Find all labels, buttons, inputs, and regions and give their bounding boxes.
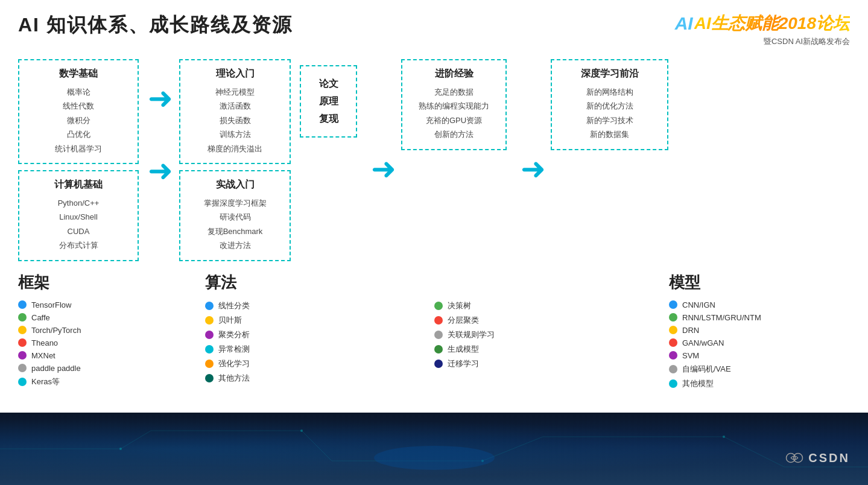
arrow-4: ➜	[521, 154, 546, 184]
model-item-label: DRN	[682, 326, 699, 335]
math-box-title: 数学基础	[28, 68, 128, 80]
practice-item-3: 复现Benchmark	[189, 224, 280, 238]
algorithm-item: 生成模型	[434, 344, 645, 355]
framework-item: Caffe	[18, 313, 157, 322]
arrow-area-3: ➜	[521, 154, 546, 184]
model-item-label: RNN/LSTM/GRU/NTM	[682, 313, 761, 322]
math-item-1: 概率论	[28, 85, 128, 99]
algorithm-items: 线性分类决策树贝叶斯分层聚类聚类分析关联规则学习异常检测生成模型强化学习迁移学习…	[205, 300, 645, 387]
algorithm-item-label: 聚类分析	[218, 329, 250, 340]
dot-icon	[205, 316, 214, 325]
dot-icon	[669, 300, 677, 309]
ai-prefix: AI	[675, 13, 693, 34]
math-item-4: 凸优化	[28, 127, 128, 141]
math-item-2: 线性代数	[28, 99, 128, 113]
advanced-box: 进阶经验 充足的数据 熟练的编程实现能力 充裕的GPU资源 创新的方法	[401, 59, 507, 150]
practice-item-2: 研读代码	[189, 210, 280, 224]
model-items: CNN/IGNRNN/LSTM/GRU/NTMDRNGAN/wGANSVM自编码…	[669, 300, 850, 389]
logo-text: AI生态赋能2018论坛	[694, 12, 850, 35]
col-advanced: 进阶经验 充足的数据 熟练的编程实现能力 充裕的GPU资源 创新的方法	[401, 59, 507, 150]
deep-item-2: 新的优化方法	[561, 99, 658, 113]
model-item: GAN/wGAN	[669, 338, 850, 347]
csdn-text: CSDN	[808, 451, 850, 465]
col-left: 数学基础 概率论 线性代数 微积分 凸优化 统计机器学习 计算机基础 Pytho…	[18, 59, 139, 261]
dot-icon	[18, 338, 27, 347]
dot-icon	[18, 313, 27, 322]
deep-box: 深度学习前沿 新的网络结构 新的优化方法 新的学习技术 新的数据集	[551, 59, 668, 150]
algorithm-section: 算法 线性分类决策树贝叶斯分层聚类聚类分析关联规则学习异常检测生成模型强化学习迁…	[157, 272, 645, 393]
computer-box: 计算机基础 Python/C++ Linux/Shell CUDA 分布式计算	[18, 170, 139, 261]
dot-icon	[205, 345, 214, 353]
algorithm-item: 其他方法	[205, 373, 416, 384]
algorithm-item: 强化学习	[205, 358, 416, 369]
arrow-1: ➜	[148, 83, 173, 113]
deep-item-1: 新的网络结构	[561, 85, 658, 99]
dot-icon	[18, 300, 27, 309]
dot-icon	[434, 360, 443, 368]
dot-icon	[669, 338, 677, 347]
model-item-label: CNN/IGN	[682, 300, 715, 309]
dot-icon	[18, 326, 27, 334]
theory-item-5: 梯度的消失溢出	[189, 142, 280, 156]
computer-box-title: 计算机基础	[28, 179, 128, 191]
framework-item: Keras等	[18, 376, 157, 387]
algorithm-item: 分层聚类	[434, 315, 645, 326]
advanced-item-2: 熟练的编程实现能力	[411, 99, 496, 113]
algorithm-item: 关联规则学习	[434, 329, 645, 340]
csdn-logo: CSDN	[785, 449, 850, 467]
framework-label: 框架	[18, 272, 157, 293]
dot-icon	[434, 316, 443, 325]
dot-icon	[205, 302, 214, 310]
advanced-box-title: 进阶经验	[411, 68, 496, 80]
algorithm-item: 迁移学习	[434, 358, 645, 369]
theory-item-4: 训练方法	[189, 127, 280, 141]
algorithm-item-label: 其他方法	[218, 373, 250, 384]
model-item: DRN	[669, 326, 850, 335]
model-item: SVM	[669, 351, 850, 360]
deep-item-3: 新的学习技术	[561, 113, 658, 127]
practice-item-4: 改进方法	[189, 238, 280, 252]
dot-icon	[669, 326, 677, 334]
dot-icon	[205, 331, 214, 339]
page-title: AI 知识体系、成长路线及资源	[18, 12, 293, 39]
algorithm-item-label: 生成模型	[448, 344, 479, 355]
computer-item-2: Linux/Shell	[28, 210, 128, 224]
dot-icon	[18, 351, 27, 360]
col-deep: 深度学习前沿 新的网络结构 新的优化方法 新的学习技术 新的数据集	[551, 59, 668, 150]
algorithm-item-label: 强化学习	[218, 358, 250, 369]
advanced-item-1: 充足的数据	[411, 85, 496, 99]
header: AI 知识体系、成长路线及资源 AI AI生态赋能2018论坛 暨CSDN AI…	[18, 12, 850, 47]
framework-section: 框架 TensorFlowCaffeTorch/PyTorchTheanoMXN…	[18, 272, 157, 393]
paper-box: 论文 原理 复现	[300, 65, 357, 138]
computer-item-3: CUDA	[28, 224, 128, 238]
algorithm-item: 线性分类	[205, 300, 416, 311]
arrow-3: ➜	[371, 154, 396, 184]
algorithm-item-label: 异常检测	[218, 344, 250, 355]
diagram-top-row: 数学基础 概率论 线性代数 微积分 凸优化 统计机器学习 计算机基础 Pytho…	[18, 59, 850, 261]
arrow-col-1: ➜ ➜	[148, 65, 173, 186]
dot-icon	[205, 374, 214, 382]
dot-icon	[434, 302, 443, 310]
theory-box-title: 理论入门	[189, 68, 280, 80]
practice-box: 实战入门 掌握深度学习框架 研读代码 复现Benchmark 改进方法	[179, 170, 291, 261]
framework-items: TensorFlowCaffeTorch/PyTorchTheanoMXNetp…	[18, 300, 157, 387]
dot-icon	[434, 331, 443, 339]
algorithm-item-label: 线性分类	[218, 300, 250, 311]
model-section: 模型 CNN/IGNRNN/LSTM/GRU/NTMDRNGAN/wGANSVM…	[645, 272, 850, 393]
framework-item-label: MXNet	[31, 351, 55, 360]
framework-item: Torch/PyTorch	[18, 326, 157, 335]
model-item: CNN/IGN	[669, 300, 850, 309]
math-box: 数学基础 概率论 线性代数 微积分 凸优化 统计机器学习	[18, 59, 139, 164]
framework-item: paddle paddle	[18, 364, 157, 373]
dot-icon	[669, 365, 677, 373]
arrow-2: ➜	[148, 156, 173, 186]
algorithm-item-label: 贝叶斯	[218, 315, 242, 326]
bottom-section: 框架 TensorFlowCaffeTorch/PyTorchTheanoMXN…	[18, 272, 850, 393]
logo-area: AI AI生态赋能2018论坛 暨CSDN AI新战略发布会	[675, 12, 850, 47]
computer-item-1: Python/C++	[28, 196, 128, 210]
algorithm-item-label: 迁移学习	[448, 358, 479, 369]
framework-item-label: Torch/PyTorch	[31, 326, 81, 335]
model-item: 自编码机/VAE	[669, 364, 850, 375]
theory-item-1: 神经元模型	[189, 85, 280, 99]
model-label: 模型	[669, 272, 850, 293]
